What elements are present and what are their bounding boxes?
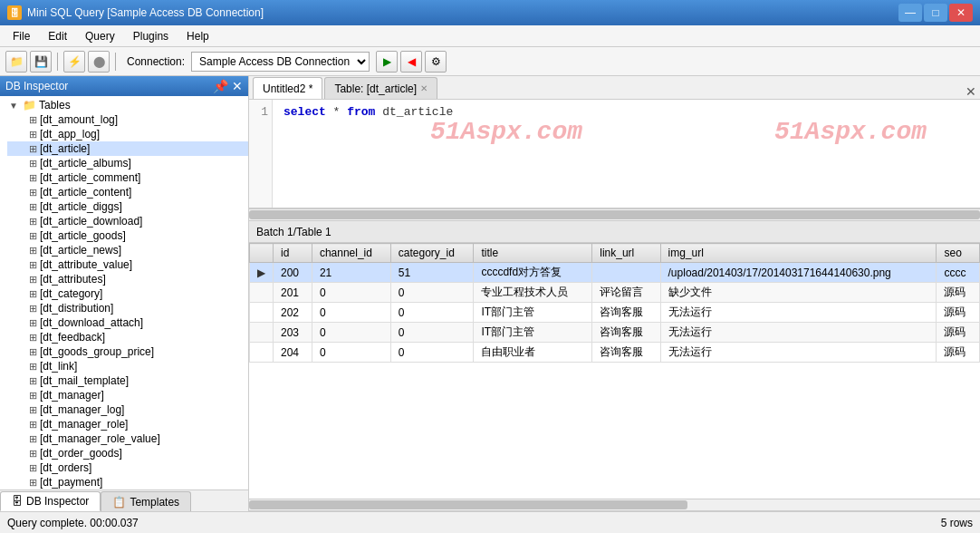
table-row[interactable]: ▶2002151ccccdfd对方答复/upload/201403/17/201… <box>250 263 980 283</box>
cell-category_id: 0 <box>390 343 474 363</box>
row-marker: ▶ <box>250 263 274 283</box>
menu-file[interactable]: File <box>4 26 39 46</box>
toolbar-separator-1 <box>57 53 58 71</box>
menu-help[interactable]: Help <box>178 26 218 46</box>
col-id[interactable]: id <box>274 244 312 263</box>
table-item[interactable]: ⊞[dt_article_albums] <box>7 156 248 170</box>
close-inspector-icon[interactable]: ✕ <box>232 79 243 93</box>
query-editor[interactable]: 1 select * from dt_article 51Aspx.com 51… <box>249 100 980 208</box>
table-item[interactable]: ⊞[dt_manager_log] <box>7 402 248 417</box>
table-item[interactable]: ⊞[dt_category] <box>7 286 248 301</box>
tree-toggle-icon: ▼ <box>9 101 20 111</box>
run-button[interactable]: ⚡ <box>63 51 85 73</box>
table-item[interactable]: ⊞[dt_article] <box>7 141 248 156</box>
table-row[interactable]: 20200IT部门主管咨询客服无法运行源码 <box>250 303 980 323</box>
table-icon: ⊞ <box>29 361 37 373</box>
menu-edit[interactable]: Edit <box>39 26 76 46</box>
table-item[interactable]: ⊞[dt_feedback] <box>7 330 248 344</box>
table-item[interactable]: ⊞[dt_link] <box>7 359 248 373</box>
db-inspector-panel: DB Inspector 📌 ✕ ▼ 📁 Tables ⊞[dt_amount_… <box>0 76 249 511</box>
row-marker <box>250 303 274 323</box>
table-item[interactable]: ⊞[dt_article_goods] <box>7 228 248 243</box>
tab-untitled[interactable]: Untitled2 * <box>253 77 322 99</box>
col-seo[interactable]: seo <box>937 244 980 263</box>
pin-icon[interactable]: 📌 <box>213 79 228 93</box>
col-img-url[interactable]: img_url <box>660 244 937 263</box>
table-header-row: id channel_id category_id title link_url… <box>250 244 980 263</box>
table-item[interactable]: ⊞[dt_amount_log] <box>7 112 248 127</box>
cell-link_url <box>592 263 660 283</box>
tab-db-inspector[interactable]: 🗄 DB Inspector <box>0 491 101 511</box>
disconnect-button[interactable]: ◀ <box>400 51 422 73</box>
table-tab-label: Table: [dt_article] <box>334 82 417 95</box>
templates-icon: 📋 <box>112 496 126 509</box>
tab-templates[interactable]: 📋 Templates <box>101 491 191 511</box>
cell-channel_id: 21 <box>312 263 390 283</box>
results-hscroll[interactable] <box>249 499 980 511</box>
col-link-url[interactable]: link_url <box>592 244 660 263</box>
table-item[interactable]: ⊞[dt_article_comment] <box>7 170 248 185</box>
menu-query[interactable]: Query <box>76 26 124 46</box>
cell-img_url: 无法运行 <box>660 303 937 323</box>
cell-id: 200 <box>274 263 312 283</box>
table-item[interactable]: ⊞[dt_manager] <box>7 388 248 402</box>
tab-table[interactable]: Table: [dt_article] ✕ <box>324 77 437 99</box>
table-item[interactable]: ⊞[dt_app_log] <box>7 127 248 141</box>
save-button[interactable]: 💾 <box>30 51 52 73</box>
menubar: File Edit Query Plugins Help <box>0 25 980 47</box>
col-channel-id[interactable]: channel_id <box>312 244 390 263</box>
table-item[interactable]: ⊞[dt_order_goods] <box>7 446 248 460</box>
table-item[interactable]: ⊞[dt_manager_role_value] <box>7 431 248 446</box>
manage-button[interactable]: ⚙ <box>425 51 447 73</box>
table-item[interactable]: ⊞[dt_attribute_value] <box>7 257 248 272</box>
table-item[interactable]: ⊞[dt_orders] <box>7 460 248 475</box>
close-panel-icon[interactable]: ✕ <box>966 84 976 99</box>
batch-label: Batch 1/Table 1 <box>249 221 980 243</box>
table-item[interactable]: ⊞[dt_article_content] <box>7 185 248 199</box>
cell-channel_id: 0 <box>312 343 390 363</box>
cell-img_url: 缺少文件 <box>660 283 937 303</box>
table-item[interactable]: ⊞[dt_download_attach] <box>7 315 248 330</box>
table-item[interactable]: ⊞[dt_mail_template] <box>7 373 248 388</box>
connect-button[interactable]: ▶ <box>376 51 398 73</box>
close-tab-icon[interactable]: ✕ <box>420 83 428 93</box>
open-button[interactable]: 📁 <box>5 51 27 73</box>
table-icon: ⊞ <box>29 143 37 155</box>
close-button[interactable]: ✕ <box>949 4 973 22</box>
col-marker <box>250 244 274 263</box>
table-item[interactable]: ⊞[dt_payment] <box>7 475 248 489</box>
minimize-button[interactable]: — <box>898 4 922 22</box>
results-table-container[interactable]: id channel_id category_id title link_url… <box>249 243 980 499</box>
table-item[interactable]: ⊞[dt_manager_role] <box>7 417 248 431</box>
query-hscroll[interactable] <box>249 208 980 221</box>
table-row[interactable]: 20400自由职业者咨询客服无法运行源码 <box>250 343 980 363</box>
cell-id: 201 <box>274 283 312 303</box>
line-numbers: 1 <box>249 100 273 208</box>
col-title[interactable]: title <box>474 244 592 263</box>
db-icon: 🗄 <box>12 495 23 508</box>
cell-img_url: /upload/201403/17/20140317164414063​0.pn… <box>660 263 937 283</box>
table-row[interactable]: 20100专业工程技术人员评论留言缺少文件源码 <box>250 283 980 303</box>
menu-plugins[interactable]: Plugins <box>124 26 178 46</box>
stop-button[interactable]: ⬤ <box>88 51 110 73</box>
table-item[interactable]: ⊞[dt_article_news] <box>7 243 248 257</box>
templates-tab-label: Templates <box>130 496 179 509</box>
table-icon: ⊞ <box>29 201 37 213</box>
query-tabs-left: Untitled2 * Table: [dt_article] ✕ <box>253 77 439 99</box>
table-icon: ⊞ <box>29 462 37 474</box>
table-item[interactable]: ⊞[dt_attributes] <box>7 272 248 286</box>
table-item[interactable]: ⊞[dt_article_download] <box>7 214 248 228</box>
col-category-id[interactable]: category_id <box>390 244 474 263</box>
query-tabs-right: ✕ <box>966 84 980 99</box>
connection-select[interactable]: Sample Access DB Connection <box>191 52 370 72</box>
table-item[interactable]: ⊞[dt_goods_group_price] <box>7 344 248 359</box>
table-item[interactable]: ⊞[dt_distribution] <box>7 301 248 315</box>
table-icon: ⊞ <box>29 245 37 257</box>
table-icon: ⊞ <box>29 216 37 228</box>
table-item[interactable]: ⊞[dt_article_diggs] <box>7 199 248 214</box>
maximize-button[interactable]: □ <box>924 4 947 22</box>
tables-section[interactable]: ▼ 📁 Tables <box>7 98 248 112</box>
table-row[interactable]: 20300IT部门主管咨询客服无法运行源码 <box>250 323 980 343</box>
table-icon: ⊞ <box>29 332 37 344</box>
titlebar: 🗄 Mini SQL Query [Sample Access DB Conne… <box>0 0 980 25</box>
